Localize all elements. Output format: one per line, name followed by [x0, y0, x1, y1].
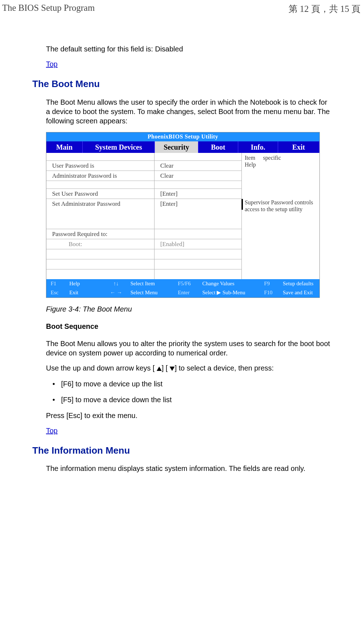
- tab-system[interactable]: System Devices: [83, 141, 155, 153]
- tab-info[interactable]: Info.: [238, 141, 278, 153]
- arrow-down-icon: [170, 367, 175, 371]
- arrows-horiz-icon: ← →: [104, 289, 128, 296]
- figure-caption: Figure 3-4: The Boot Menu: [46, 304, 332, 314]
- page-indicator: 第 12 頁，共 15 頁: [289, 3, 360, 15]
- help-label-help: Help: [245, 161, 256, 168]
- boot-menu-desc: The Boot Menu allows the user to specify…: [46, 97, 332, 126]
- list-item: [F6] to move a device up the list: [54, 379, 332, 389]
- lbl-setup-defaults: Setup defaults: [281, 280, 317, 287]
- lbl-help: Help: [67, 280, 104, 287]
- doc-title: The BIOS Setup Program: [2, 3, 95, 15]
- page-header: The BIOS Setup Program 第 12 頁，共 15 頁: [0, 0, 364, 17]
- lbl-exit: Exit: [67, 289, 104, 296]
- row-admin-password: Administrator Password is: [46, 171, 154, 181]
- row-boot-req: Boot:: [46, 239, 154, 249]
- key-list: [F6] to move a device up the list [F5] t…: [46, 379, 332, 404]
- page-content: The default setting for this field is: D…: [0, 17, 364, 473]
- lbl-change-values: Change Values: [200, 280, 262, 287]
- arrows-vert-icon: ↑↓: [104, 280, 128, 287]
- boot-sequence-desc: The Boot Menu allows you to alter the pr…: [46, 339, 332, 358]
- help-label-item: Item: [245, 154, 256, 161]
- key-f5f6: F5/F6: [176, 280, 200, 287]
- help-text: Supervisor Password controls access to t…: [245, 199, 318, 213]
- lbl-save-exit: Save and Exit: [281, 289, 317, 296]
- row-user-password: User Password is: [46, 161, 154, 171]
- key-f10: F10: [262, 289, 281, 296]
- lbl-select-submenu: Select ▶ Sub-Menu: [200, 289, 262, 296]
- boot-menu-heading: The Boot Menu: [32, 78, 332, 90]
- tab-exit[interactable]: Exit: [278, 141, 319, 153]
- lbl-select-item: Select Item: [128, 280, 176, 287]
- val-boot-req: [Enabled]: [155, 239, 241, 249]
- top-link[interactable]: Top: [46, 60, 57, 68]
- help-label-specific: specific: [263, 154, 281, 168]
- row-set-user[interactable]: Set User Password: [46, 189, 154, 199]
- arrow-up-icon: [157, 367, 162, 371]
- tab-main[interactable]: Main: [46, 141, 83, 153]
- val-user-password: Clear: [155, 161, 241, 171]
- key-f1: F1: [49, 280, 67, 287]
- tab-boot[interactable]: Boot: [198, 141, 238, 153]
- row-set-admin[interactable]: Set Administrator Password: [46, 199, 154, 229]
- boot-sequence-heading: Boot Sequence: [46, 322, 332, 331]
- key-enter: Enter: [176, 289, 200, 296]
- esc-instruction: Press [Esc] to exit the menu.: [46, 411, 332, 420]
- bios-footer: F1 Help ↑↓ Select Item F5/F6 Change Valu…: [46, 279, 319, 298]
- list-item: [F5] to move a device down the list: [54, 395, 332, 404]
- bios-menubar: Main System Devices Security Boot Info. …: [46, 141, 319, 153]
- arrow-key-instruction: Use the up and down arrow keys [ ] [ ] t…: [46, 363, 332, 373]
- val-admin-password: Clear: [155, 171, 241, 181]
- tab-security[interactable]: Security: [155, 141, 198, 153]
- bios-title: PhoenixBIOS Setup Utility: [46, 132, 319, 141]
- info-menu-heading: The Information Menu: [32, 445, 332, 457]
- val-set-user: [Enter]: [155, 189, 241, 199]
- val-set-admin: [Enter]: [155, 199, 241, 229]
- row-pw-required: Password Required to:: [46, 229, 154, 239]
- top-link[interactable]: Top: [46, 427, 57, 435]
- key-esc: Esc: [49, 289, 67, 296]
- key-f9: F9: [262, 280, 281, 287]
- default-setting-text: The default setting for this field is: D…: [46, 44, 332, 54]
- bios-screenshot: PhoenixBIOS Setup Utility Main System De…: [46, 132, 320, 298]
- lbl-select-menu: Select Menu: [128, 289, 176, 296]
- info-menu-desc: The information menu displays static sys…: [46, 464, 332, 473]
